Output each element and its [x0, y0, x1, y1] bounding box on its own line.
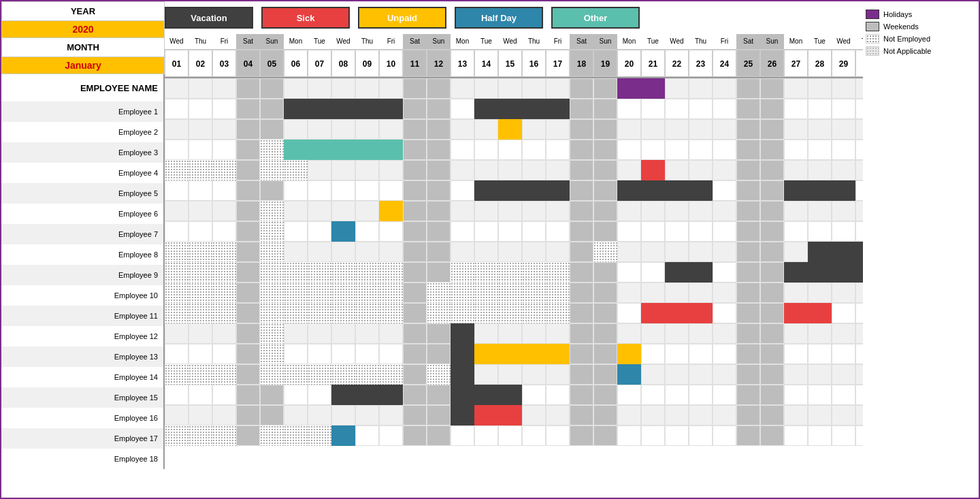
grid-cell: [379, 140, 403, 160]
grid-cell: [474, 140, 498, 160]
grid-cell: [403, 364, 427, 385]
grid-cell: [760, 160, 784, 180]
day-num-cell: 28: [808, 50, 832, 77]
year-value: 2020: [1, 20, 165, 37]
grid-cell: [641, 119, 665, 140]
grid-cell: [855, 78, 863, 99]
grid-cell: [498, 323, 522, 344]
grid-cell: [665, 78, 689, 99]
grid-cell: [403, 262, 427, 283]
grid-cell: [522, 344, 546, 364]
grid-cell: [832, 221, 855, 242]
grid-cell: [808, 99, 832, 119]
grid-cell: [641, 364, 665, 385]
grid-cell: [284, 425, 308, 446]
legend-vacation: Vacation: [165, 7, 253, 29]
grid-cell: [284, 160, 308, 180]
grid-cell: [593, 303, 617, 323]
grid-cell: [855, 221, 863, 242]
grid-cell: [189, 180, 212, 201]
grid-cell: [331, 283, 355, 303]
day-num-cell: 23: [689, 50, 713, 77]
grid-cell: [641, 385, 665, 405]
grid-cell: [308, 160, 331, 180]
grid-cell: [713, 180, 736, 201]
grid-cell: [498, 140, 522, 160]
grid-cell: [355, 201, 379, 221]
grid-cell: [189, 119, 212, 140]
grid-cell: [713, 323, 736, 344]
month-value: January: [1, 57, 165, 74]
grid-cell: [808, 201, 832, 221]
grid-cell: [784, 364, 808, 385]
grid-cell: [760, 221, 784, 242]
grid-cell: [713, 425, 736, 446]
grid-cell: [546, 201, 570, 221]
grid-cell: [451, 364, 474, 385]
grid-cell: [808, 180, 832, 201]
employee-label: Employee 14: [1, 367, 165, 387]
grid-cell: [665, 242, 689, 262]
grid-cell: [784, 425, 808, 446]
grid-cell: [689, 323, 713, 344]
day-name-cell: Thu: [189, 34, 212, 49]
grid-cell: [284, 119, 308, 140]
grid-cell: [498, 405, 522, 425]
grid-cell: [713, 262, 736, 283]
day-num-cell: 30: [855, 50, 863, 77]
grid-cell: [832, 242, 855, 262]
day-name-cell: Sun: [593, 34, 617, 49]
grid-cell: [189, 405, 212, 425]
grid-cell: [546, 385, 570, 405]
grid-cell: [474, 262, 498, 283]
grid-cell: [236, 303, 260, 323]
grid-cell: [689, 160, 713, 180]
grid-cell: [760, 283, 784, 303]
grid-cell: [689, 78, 713, 99]
grid-cell: [474, 323, 498, 344]
grid-cell: [260, 405, 284, 425]
grid-cell: [379, 119, 403, 140]
grid-cell: [355, 242, 379, 262]
grid-cell: [498, 364, 522, 385]
grid-cell: [760, 262, 784, 283]
day-names-row: WedThuFriSatSunMonTueWedThuFriSatSunMonT…: [165, 34, 863, 50]
day-num-cell: 24: [713, 50, 736, 77]
grid-cell: [617, 323, 641, 344]
grid-cell: [665, 180, 689, 201]
grid-cell: [593, 283, 617, 303]
grid-cell: [331, 364, 355, 385]
grid-cell: [832, 405, 855, 425]
grid-cell: [451, 180, 474, 201]
grid-cell: [593, 242, 617, 262]
day-name-cell: Wed: [665, 34, 689, 49]
grid-cell: [308, 119, 331, 140]
grid-cell: [617, 405, 641, 425]
grid-cell: [808, 140, 832, 160]
day-name-cell: Tue: [474, 34, 498, 49]
grid-cell: [736, 201, 760, 221]
grid-cell: [665, 385, 689, 405]
employee-label: Employee 11: [1, 306, 165, 326]
grid-cell: [165, 180, 189, 201]
grid-cell: [236, 344, 260, 364]
grid-cell: [427, 78, 451, 99]
grid-cell: [665, 221, 689, 242]
grid-cell: [260, 78, 284, 99]
grid-cell: [189, 201, 212, 221]
grid-cell: [808, 425, 832, 446]
grid-cell: [736, 221, 760, 242]
grid-cell: [355, 99, 379, 119]
grid-cell: [331, 160, 355, 180]
grid-cell: [736, 283, 760, 303]
grid-cell: [522, 262, 546, 283]
grid-cell: [760, 425, 784, 446]
employee-label: Employee 5: [1, 183, 165, 204]
grid-cell: [331, 385, 355, 405]
grid-cell: [713, 78, 736, 99]
grid-row: [165, 385, 863, 405]
grid-cell: [784, 344, 808, 364]
grid-cell: [165, 160, 189, 180]
grid-cell: [260, 99, 284, 119]
grid-row: [165, 221, 863, 242]
